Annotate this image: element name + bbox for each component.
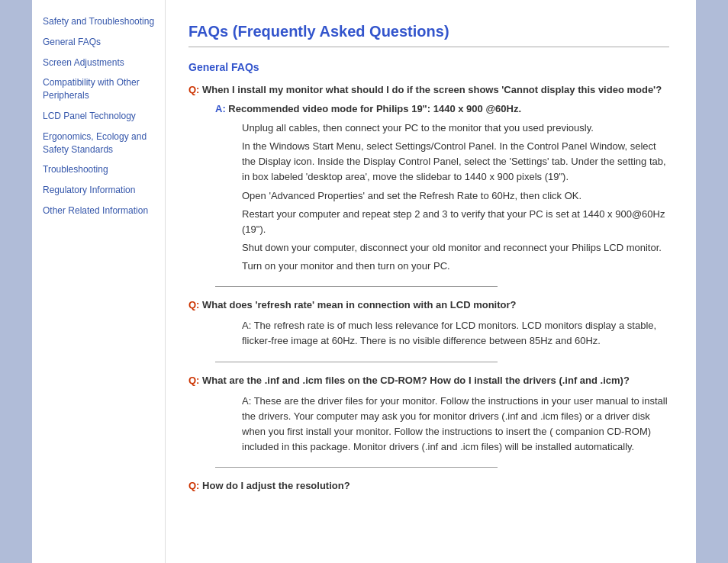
page-title: FAQs (Frequently Asked Questions): [188, 23, 669, 40]
answer-simple-q3: A: These are the driver files for your m…: [242, 394, 669, 455]
question-q2: Q: What does 'refresh rate' mean in conn…: [188, 299, 669, 310]
sidebar: Safety and TroubleshootingGeneral FAQsSc…: [32, 0, 166, 563]
answer-line: Open 'Advanced Properties' and set the R…: [242, 188, 669, 204]
a-label-q3: A:: [242, 395, 251, 407]
answer-intro-q1: A: Recommended video mode for Philips 19…: [215, 103, 669, 114]
section-divider-q2: [215, 362, 498, 362]
questions-container: Q: When I install my monitor what should…: [188, 84, 669, 491]
left-decorative-strip: [0, 0, 32, 563]
sidebar-item-other-related-information[interactable]: Other Related Information: [43, 204, 157, 217]
qa-block-q3: Q: What are the .inf and .icm files on t…: [188, 375, 669, 468]
answer-line: Turn on your monitor and then turn on yo…: [242, 259, 669, 274]
answer-line: In the Windows Start Menu, select Settin…: [242, 139, 669, 185]
sidebar-item-compatibility-peripherals[interactable]: Compatibility with Other Peripherals: [43, 76, 157, 102]
answer-block-q2: A: The refresh rate is of much less rele…: [215, 318, 669, 349]
section-title: General FAQs: [188, 61, 669, 73]
sidebar-item-lcd-panel-technology[interactable]: LCD Panel Technology: [43, 110, 157, 123]
right-decorative-strip: [696, 0, 728, 563]
q-label-q4: Q:: [188, 480, 199, 491]
sidebar-item-regulatory-information[interactable]: Regulatory Information: [43, 184, 157, 197]
answer-line: Shut down your computer, disconnect your…: [242, 240, 669, 256]
qa-block-q2: Q: What does 'refresh rate' mean in conn…: [188, 299, 669, 362]
answer-line: Unplug all cables, then connect your PC …: [242, 121, 669, 136]
title-divider: [188, 47, 669, 47]
main-content: FAQs (Frequently Asked Questions) Genera…: [166, 0, 696, 563]
answer-simple-q2: A: The refresh rate is of much less rele…: [242, 318, 669, 349]
section-divider-q1: [215, 286, 498, 287]
qa-block-q4: Q: How do I adjust the resolution?: [188, 480, 669, 491]
answer-block-q1: A: Recommended video mode for Philips 19…: [215, 103, 669, 274]
q-label-q1: Q:: [188, 84, 199, 95]
question-q4: Q: How do I adjust the resolution?: [188, 480, 669, 491]
sidebar-item-screen-adjustments[interactable]: Screen Adjustments: [43, 56, 157, 69]
q-label-q2: Q:: [188, 299, 199, 310]
section-divider-q3: [215, 467, 498, 468]
q-label-q3: Q:: [188, 375, 199, 386]
a-label-q1: A:: [215, 103, 226, 114]
question-q3: Q: What are the .inf and .icm files on t…: [188, 375, 669, 386]
sidebar-item-troubleshooting[interactable]: Troubleshooting: [43, 163, 157, 176]
sidebar-item-safety-troubleshooting[interactable]: Safety and Troubleshooting: [43, 15, 157, 28]
a-label-q2: A:: [242, 320, 251, 331]
sidebar-item-ergonomics-ecology[interactable]: Ergonomics, Ecology and Safety Standards: [43, 130, 157, 156]
qa-block-q1: Q: When I install my monitor what should…: [188, 84, 669, 287]
sidebar-item-general-faqs[interactable]: General FAQs: [43, 36, 157, 49]
answer-block-q3: A: These are the driver files for your m…: [215, 394, 669, 455]
answer-line: Restart your computer and repeat step 2 …: [242, 207, 669, 237]
question-q1: Q: When I install my monitor what should…: [188, 84, 669, 95]
answer-body-q1: Unplug all cables, then connect your PC …: [242, 121, 669, 274]
